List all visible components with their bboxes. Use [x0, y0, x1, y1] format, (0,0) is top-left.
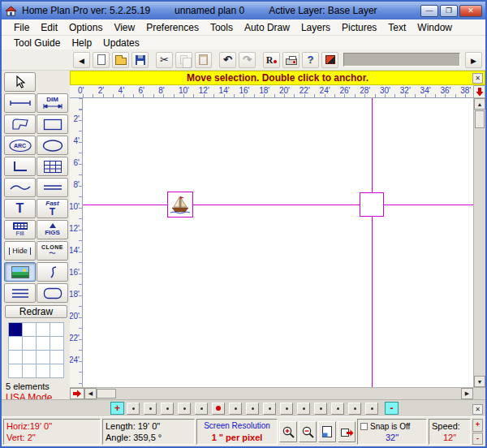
palette-cell[interactable] — [50, 323, 63, 336]
palette-cell[interactable] — [9, 323, 22, 336]
anchor-dot-button[interactable] — [195, 403, 208, 415]
palette-cell[interactable] — [23, 351, 36, 364]
menu-auto-draw[interactable]: Auto Draw — [239, 21, 295, 34]
menu-updates[interactable]: Updates — [97, 37, 145, 50]
drawing-canvas[interactable] — [83, 98, 473, 387]
vertical-scroll-track[interactable] — [474, 129, 485, 376]
menu-layers[interactable]: Layers — [295, 21, 336, 34]
anchor-dot-button[interactable] — [314, 403, 327, 415]
menu-text[interactable]: Text — [382, 21, 412, 34]
curve-tool-button[interactable] — [4, 178, 36, 197]
clone-tool-button[interactable]: CLONE〜 — [37, 241, 68, 261]
rectangle-tool-button[interactable] — [37, 114, 68, 134]
menu-options[interactable]: Options — [63, 21, 108, 34]
menu-window[interactable]: Window — [412, 21, 458, 34]
fit-page-button[interactable] — [318, 421, 336, 442]
menu-tools[interactable]: Tools — [205, 21, 239, 34]
line-tool-button[interactable] — [4, 93, 36, 113]
palette-cell[interactable] — [37, 364, 50, 377]
menu-preferences[interactable]: Preferences — [140, 21, 205, 34]
new-button[interactable] — [93, 52, 110, 68]
scroll-left-button[interactable] — [84, 388, 97, 399]
speed-row-close-button[interactable] — [472, 404, 483, 415]
select-tool-button[interactable] — [4, 72, 36, 92]
paste-button[interactable] — [195, 52, 212, 68]
anchor-dot-button[interactable] — [331, 403, 344, 415]
anchor-dot-button[interactable] — [246, 403, 259, 415]
message-close-button[interactable] — [472, 73, 483, 84]
fast-text-tool-button[interactable]: FastT — [37, 199, 68, 218]
horizontal-scroll-track[interactable] — [116, 388, 461, 399]
text-tool-button[interactable]: T — [4, 199, 36, 218]
menu-edit[interactable]: Edit — [35, 21, 63, 34]
figures-tool-button[interactable]: FIGS — [37, 220, 68, 239]
exit-button[interactable] — [321, 52, 338, 68]
palette-cell[interactable] — [50, 337, 63, 350]
jump-marker-button[interactable] — [473, 85, 485, 98]
palette-cell[interactable] — [23, 364, 36, 377]
palette-cell[interactable] — [23, 323, 36, 336]
polygon-tool-button[interactable] — [4, 114, 36, 134]
menu-pictures[interactable]: Pictures — [336, 21, 382, 34]
help-button[interactable] — [302, 52, 319, 68]
maximize-button[interactable] — [440, 5, 458, 17]
dimension-tool-button[interactable]: DIM — [37, 93, 68, 113]
anchor-dot-button[interactable] — [263, 403, 276, 415]
zoom-in-button[interactable] — [279, 421, 297, 442]
s-curve-tool-button[interactable] — [37, 262, 68, 282]
palette-cell[interactable] — [50, 351, 63, 364]
table-tool-button[interactable] — [37, 157, 68, 176]
rounded-rect-tool-button[interactable] — [37, 283, 68, 303]
menu-view[interactable]: View — [108, 21, 140, 34]
minimize-button[interactable] — [420, 5, 438, 17]
palette-cell[interactable] — [9, 351, 22, 364]
speed-plus-button[interactable]: + — [110, 402, 124, 415]
anchor-dot-button[interactable] — [297, 403, 310, 415]
palette-cell[interactable] — [37, 323, 50, 336]
save-button[interactable] — [131, 52, 149, 68]
multi-line-tool-button[interactable] — [4, 283, 36, 303]
double-line-tool-button[interactable] — [37, 178, 68, 197]
print-button[interactable] — [282, 52, 300, 68]
vertical-scrollbar[interactable] — [473, 98, 485, 387]
report-button[interactable] — [263, 52, 280, 68]
redraw-button[interactable]: Redraw — [5, 305, 67, 318]
anchor-square[interactable] — [360, 192, 384, 217]
horizontal-scrollbar[interactable] — [70, 387, 485, 399]
image-tool-button[interactable] — [4, 262, 36, 282]
palette-cell[interactable] — [37, 351, 50, 364]
pan-marker-button[interactable] — [70, 388, 84, 399]
undo-button[interactable] — [219, 52, 236, 68]
scroll-right-button[interactable] — [461, 388, 473, 399]
anchor-dot-button[interactable] — [212, 403, 225, 415]
zoom-out-button[interactable] — [299, 421, 317, 442]
hide-tool-button[interactable]: Hide — [4, 241, 36, 261]
menu-help[interactable]: Help — [66, 37, 97, 50]
arc-tool-button[interactable]: ARC — [4, 136, 36, 155]
copy-button[interactable] — [175, 52, 192, 68]
speed-minus-button[interactable]: - — [385, 402, 399, 415]
anchor-dot-button[interactable] — [229, 403, 242, 415]
palette-cell[interactable] — [23, 337, 36, 350]
snap-checkbox[interactable] — [360, 423, 368, 430]
corner-tool-button[interactable] — [4, 157, 36, 176]
speed-spin-down-button[interactable]: - — [472, 433, 483, 446]
palette-cell[interactable] — [9, 337, 22, 350]
horizontal-scroll-thumb[interactable] — [97, 389, 116, 398]
anchor-dot-button[interactable] — [280, 403, 293, 415]
palette-cell[interactable] — [50, 364, 63, 377]
ship-selection[interactable] — [167, 192, 193, 218]
palette-cell[interactable] — [37, 337, 50, 350]
anchor-dot-button[interactable] — [178, 403, 191, 415]
toolbar-scroll-right-button[interactable] — [465, 52, 482, 68]
menu-tool-guide[interactable]: Tool Guide — [8, 37, 66, 50]
print-region-button[interactable] — [338, 421, 356, 442]
anchor-dot-button[interactable] — [348, 403, 361, 415]
close-button[interactable] — [459, 5, 482, 17]
anchor-dot-button[interactable] — [161, 403, 174, 415]
anchor-dot-button[interactable] — [365, 403, 378, 415]
scroll-down-button[interactable] — [474, 376, 485, 387]
scroll-up-button[interactable] — [474, 98, 485, 110]
menu-file[interactable]: File — [8, 21, 35, 34]
anchor-dot-button[interactable] — [144, 403, 157, 415]
